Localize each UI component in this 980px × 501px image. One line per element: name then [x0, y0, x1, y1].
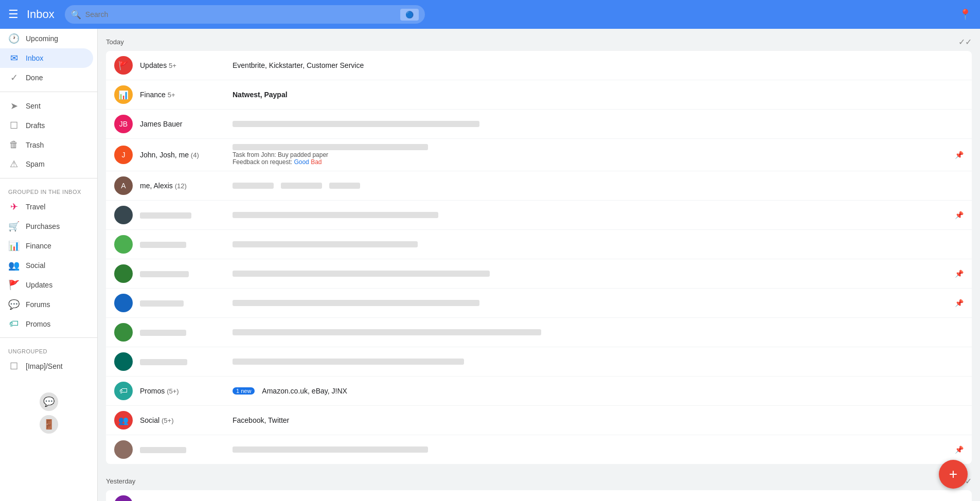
- ungrouped-label: Ungrouped: [0, 342, 97, 356]
- email-sender: me, Alexis (12): [140, 182, 233, 190]
- sidebar-item-trash[interactable]: 🗑 Trash: [0, 135, 93, 154]
- email-sender: [140, 270, 233, 278]
- pin-icon: 📌: [955, 211, 964, 219]
- sidebar-item-done[interactable]: ✓ Done: [0, 68, 93, 87]
- email-sender: John, Josh, me (4): [140, 151, 233, 159]
- sidebar-item-updates[interactable]: 🚩 Updates: [0, 275, 93, 295]
- email-content: [233, 183, 964, 189]
- email-sender: James Bauer: [140, 120, 233, 128]
- table-row[interactable]: [106, 347, 972, 377]
- table-row[interactable]: 📌: [106, 259, 972, 289]
- avatar: A: [114, 176, 133, 195]
- email-task: Task from John: Buy padded paper Feedbac…: [233, 151, 949, 166]
- feedback-icon[interactable]: 💬: [40, 392, 58, 411]
- email-meta: 📌: [955, 299, 964, 307]
- exit-icon[interactable]: 🚪: [40, 415, 58, 434]
- trash-icon: 🗑: [8, 139, 20, 150]
- email-subject-blurred: [233, 144, 428, 150]
- feedback-bad-btn[interactable]: Bad: [311, 158, 322, 166]
- search-icon: 🔍: [71, 10, 81, 20]
- topbar: ☰ Inbox 🔍 🔵 📍: [0, 0, 980, 29]
- email-subject-blurred: [233, 121, 479, 127]
- email-content: [233, 241, 964, 247]
- today-header: Today ✓✓: [106, 29, 972, 51]
- menu-icon[interactable]: ☰: [8, 8, 19, 21]
- email-meta: 📌: [955, 211, 964, 219]
- blurred3: [329, 183, 360, 189]
- sidebar-item-promos[interactable]: 🏷 Promos: [0, 314, 93, 333]
- sidebar-item-imap-sent[interactable]: ☐ [Imap]/Sent: [0, 356, 93, 376]
- forums-icon: 💬: [8, 299, 20, 310]
- email-content: Natwest, Paypal: [233, 91, 964, 99]
- email-content: 1 new Amazon.co.uk, eBay, J!NX: [233, 387, 964, 395]
- email-content: Eventbrite, Kickstarter, Customer Servic…: [233, 61, 964, 69]
- blurred1: [233, 183, 274, 189]
- table-row[interactable]: 📊 Finance 5+ Natwest, Paypal: [106, 80, 972, 110]
- table-row[interactable]: [106, 318, 972, 347]
- avatar: [114, 264, 133, 283]
- email-content: [233, 212, 949, 218]
- sidebar-item-purchases[interactable]: 🛒 Purchases: [0, 217, 93, 236]
- sidebar-item-drafts[interactable]: ☐ Drafts: [0, 116, 93, 135]
- email-sender: Updates 5+: [140, 61, 233, 69]
- email-content: Facebook, Twitter: [233, 416, 964, 424]
- today-label: Today: [106, 38, 124, 46]
- table-row[interactable]: 👥 Social (5+) Facebook, Twitter: [106, 406, 972, 435]
- email-sender: [140, 211, 233, 219]
- inbox-icon: ✉: [8, 52, 20, 64]
- avatar: 🚩: [114, 56, 133, 75]
- email-subject-blurred: [233, 446, 428, 453]
- feedback-good-btn[interactable]: Good: [294, 158, 309, 166]
- email-subject-blurred: [233, 300, 479, 306]
- table-row[interactable]: [106, 230, 972, 259]
- avatar: JB: [114, 115, 133, 133]
- sidebar-item-inbox[interactable]: ✉ Inbox: [0, 48, 93, 68]
- email-list-content: Today ✓✓ 🚩 Updates 5+ Eventbrite, Kicks: [98, 29, 980, 501]
- email-content: [233, 446, 949, 453]
- table-row[interactable]: 📌: [106, 289, 972, 318]
- avatar: [114, 294, 133, 312]
- email-sender: [140, 328, 233, 336]
- search-input[interactable]: [85, 10, 396, 19]
- table-row[interactable]: 🚩 Updates 5+ Eventbrite, Kickstarter, Cu…: [106, 51, 972, 80]
- table-row[interactable]: J John, Josh, me (4) Task from John: Buy…: [106, 139, 972, 171]
- sidebar-item-travel[interactable]: ✈ Travel: [0, 197, 93, 217]
- compose-button[interactable]: +: [939, 460, 968, 489]
- table-row[interactable]: [106, 490, 972, 501]
- app-title: Inbox: [27, 8, 55, 21]
- email-sender: [140, 445, 233, 454]
- email-meta: 📌: [955, 445, 964, 454]
- upcoming-icon: 🕐: [8, 33, 20, 44]
- email-content: [233, 359, 964, 365]
- table-row[interactable]: 📌: [106, 435, 972, 464]
- sidebar-item-spam[interactable]: ⚠ Spam: [0, 154, 93, 174]
- table-row[interactable]: 📌: [106, 201, 972, 230]
- search-bar: 🔍 🔵: [65, 5, 425, 24]
- table-row[interactable]: 🏷 Promos (5+) 1 new Amazon.co.uk, eBay, …: [106, 377, 972, 406]
- sidebar-item-finance[interactable]: 📊 Finance: [0, 236, 93, 256]
- email-subject-blurred: [233, 271, 490, 277]
- assist-button[interactable]: 🔵: [400, 9, 419, 21]
- sidebar-item-forums[interactable]: 💬 Forums: [0, 295, 93, 314]
- avatar: [114, 352, 133, 371]
- purchases-icon: 🛒: [8, 221, 20, 232]
- email-sender: [140, 357, 233, 366]
- travel-icon: ✈: [8, 201, 20, 212]
- done-all-today[interactable]: ✓✓: [958, 37, 972, 47]
- table-row[interactable]: A me, Alexis (12): [106, 171, 972, 201]
- notification-icon[interactable]: 📍: [959, 8, 972, 21]
- yesterday-label: Yesterday: [106, 477, 135, 485]
- updates-icon: 🚩: [8, 279, 20, 291]
- avatar: [114, 206, 133, 224]
- sidebar-item-social[interactable]: 👥 Social: [0, 256, 93, 275]
- new-badge: 1 new: [233, 387, 255, 395]
- email-sender: Promos (5+): [140, 387, 233, 395]
- avatar: 🏷: [114, 382, 133, 400]
- table-row[interactable]: JB James Bauer: [106, 110, 972, 139]
- avatar: 👥: [114, 411, 133, 430]
- sidebar-item-sent[interactable]: ➤ Sent: [0, 96, 93, 116]
- today-group: Today ✓✓ 🚩 Updates 5+ Eventbrite, Kicks: [98, 29, 980, 464]
- sidebar-item-upcoming[interactable]: 🕐 Upcoming: [0, 29, 93, 48]
- social-icon: 👥: [8, 260, 20, 271]
- email-sender: Finance 5+: [140, 91, 233, 99]
